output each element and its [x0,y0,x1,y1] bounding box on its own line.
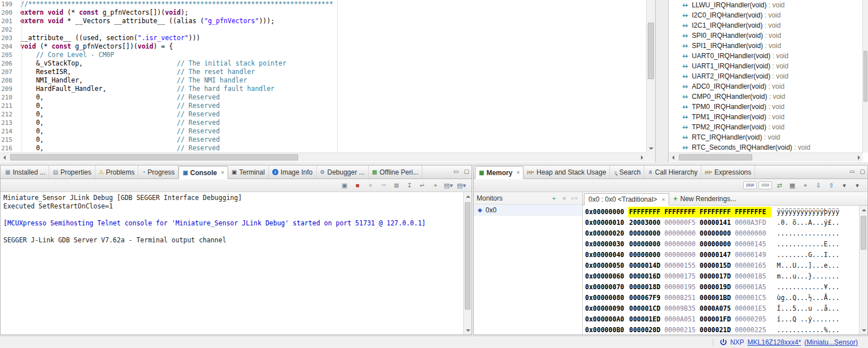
memory-word[interactable]: 000067F9 [629,293,660,303]
code-line[interactable]: 214 0, // Reserved [0,127,646,136]
scroll-up-button[interactable] [860,206,868,214]
minimize-view-icon[interactable]: ▭ [453,168,459,175]
monitors-list[interactable]: ◆0x0 [474,205,582,216]
memory-word[interactable]: 00000000 [664,250,695,260]
code-line[interactable]: 213 0, // Reserved [0,119,646,127]
memory-row[interactable]: 0x000000700000018D000001950000019D000001… [583,282,859,293]
scroll-up-button[interactable] [464,192,472,201]
memory-word[interactable]: 00000225 [735,325,766,334]
memory-rendering-tab[interactable]: 0x0 : 0x0 <Traditional> × [584,193,669,206]
memory-word[interactable]: 000001CD [629,303,660,314]
memory-word[interactable]: 000001ED [629,314,660,325]
outline-item[interactable]: ++RTC_Seconds_IRQHandler(void) : void [669,142,862,153]
memory-row[interactable]: 0x00000030000000000000000000000000000001… [583,239,859,250]
tab-debugger[interactable]: ⚙Debugger ... [317,166,369,179]
tab-terminal[interactable]: ▣Terminal [228,166,269,179]
memory-word[interactable]: 0000A3FD [735,218,766,228]
pin-console-button[interactable]: ⌖ [430,181,441,190]
memory-word[interactable]: 00008251 [664,293,695,303]
memory-word[interactable]: 20003000 [629,218,660,228]
memory-word[interactable]: 00009B35 [664,303,695,314]
code-line[interactable]: 205 // Core Level - CM0P [0,51,646,59]
clear-console-button[interactable]: ⊠ [391,181,402,190]
memory-word[interactable]: FFFFFFFF [664,207,695,218]
power-icon[interactable] [720,338,727,346]
memory-layout-dropdown[interactable]: ▾ [839,181,850,190]
line-number[interactable]: 203 [0,34,17,42]
memory-word[interactable]: 00000141 [700,218,731,228]
memory-row[interactable]: 0x00000020000000000000000000000000000000… [583,228,859,239]
outline-item[interactable]: ++ADC0_IRQHandler(void) : void [669,81,862,92]
tab-installed[interactable]: ▦Installed ... [2,166,49,179]
outline-item[interactable]: ++LLWU_IRQHandler(void) : void [669,0,862,10]
remove-all-monitors-button[interactable]: ×× [569,195,579,202]
memory-word[interactable]: 00000185 [735,271,766,282]
tab-heap-stack-usage[interactable]: (x)=Heap and Stack Usage [524,166,610,179]
memory-word[interactable]: 00000000 [664,228,695,239]
memory-row[interactable]: 0x0000001020003000000000F5000001410000A3… [583,218,859,228]
export-memory-icon[interactable]: ⇧ [826,181,837,190]
memory-word[interactable]: FFFFFFFE [735,207,766,218]
memory-row[interactable]: 0x00000080000067F900008251000001BD000001… [583,293,859,303]
line-number[interactable]: 204 [0,42,17,51]
memory-word[interactable]: 0000015D [700,260,731,271]
tab-expressions[interactable]: (x)=Expressions [701,166,755,179]
memory-word[interactable]: FFFFFFFF [629,207,660,218]
code-line[interactable]: 199//***********************************… [0,0,646,8]
line-number[interactable]: 209 [0,85,17,93]
scrollbar-thumb[interactable] [861,216,866,250]
pin-memory-monitor-icon[interactable]: ⌖ [800,181,811,190]
line-number[interactable]: 216 [0,144,17,153]
code-line[interactable]: 207 ResetISR, // The reset handler [0,68,646,76]
memory-row[interactable]: 0x000000600000016D000001750000017D000001… [583,271,859,282]
code-line[interactable]: 200extern void (* const g_pfnVectors[])(… [0,8,646,17]
outline-item[interactable]: ++SPI1_IRQHandler(void) : void [669,41,862,51]
code-line[interactable]: 208 NMI_Handler, // The NMI handler [0,76,646,85]
line-number[interactable]: 207 [0,68,17,76]
toggle-renderings-pane-icon[interactable]: 1010 [758,181,772,189]
memory-word[interactable]: 000001FD [700,314,731,325]
memory-word[interactable]: 0000021D [700,325,731,334]
memory-word[interactable]: 00000165 [735,260,766,271]
scrollbar-thumb[interactable] [679,154,752,160]
line-number[interactable]: 208 [0,76,17,85]
outline-item[interactable]: ++TPM2_IRQHandler(void) : void [669,122,862,132]
line-number[interactable]: 212 [0,110,17,119]
editor-horizontal-scrollbar[interactable] [0,153,646,162]
outline-item[interactable]: ++SPI0_IRQHandler(void) : void [669,31,862,41]
tab-memory[interactable]: ▦Memory× [475,166,524,179]
outline-vertical-scrollbar[interactable] [862,0,868,153]
tab-progress[interactable]: ◔Progress [138,166,178,179]
outline-item[interactable]: ++I2C0_IRQHandler(void) : void [669,10,862,20]
terminate-button[interactable]: ■ [352,181,363,190]
memory-word[interactable]: 00000000 [700,228,731,239]
line-number[interactable]: 205 [0,51,17,59]
code-line[interactable]: 204void (* const g_pfnVectors[])(void) =… [0,42,646,51]
remove-all-terminated-button[interactable]: ×× [378,181,389,190]
memory-word[interactable]: 0000017D [700,271,731,282]
display-selected-console-button[interactable]: ▤▾ [443,181,454,190]
memory-word[interactable]: 00000155 [664,260,695,271]
memory-row[interactable]: 0x00000000FFFFFFFFFFFFFFFFFFFFFFFFFFFFFF… [583,207,859,218]
memory-word[interactable]: 00000000 [735,228,766,239]
scroll-down-button[interactable] [464,326,472,334]
tab-offline-peripherals[interactable]: ▩Offline Peri... [369,166,423,179]
add-memory-monitor-button[interactable]: + [549,195,559,202]
maximize-view-icon[interactable]: ▢ [860,168,865,175]
memory-table[interactable]: 0x00000000FFFFFFFFFFFFFFFFFFFFFFFFFFFFFF… [583,206,859,334]
memory-row[interactable]: 0x00000040000000000000000000000147000001… [583,250,859,260]
code-line[interactable]: 211 0, // Reserved [0,102,646,110]
memory-word[interactable]: 0000A075 [700,303,731,314]
code-line[interactable]: 206 &_vStackTop, // The initial stack po… [0,59,646,68]
scrollbar-thumb[interactable] [465,202,470,310]
editor-code-area[interactable]: 199//***********************************… [0,0,646,153]
scroll-right-button[interactable] [854,153,863,162]
project-link[interactable]: (Miniatu...Sensor) [804,338,858,346]
memory-word[interactable]: 0000019D [700,282,731,293]
device-vendor-link[interactable]: NXP [730,338,744,346]
memory-view-menu[interactable]: ▾ [852,181,863,190]
code-line[interactable]: 215 0, // Reserved [0,136,646,144]
memory-word[interactable]: 00000215 [664,325,695,334]
memory-word[interactable]: 000001BD [700,293,731,303]
memory-word[interactable]: 00000147 [700,250,731,260]
